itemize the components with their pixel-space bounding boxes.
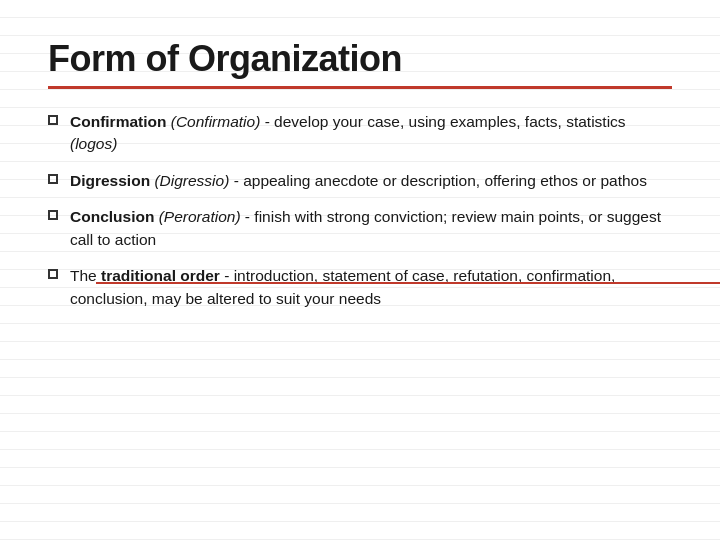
bullet-icon <box>48 210 58 220</box>
bold-label: Conclusion <box>70 208 154 225</box>
bullet-icon <box>48 115 58 125</box>
title-underline <box>48 86 672 89</box>
bullet-icon <box>48 269 58 279</box>
item-text: The traditional order - introduction, st… <box>70 265 672 310</box>
slide-title: Form of Organization <box>48 38 672 80</box>
italic-label: (Peroration) <box>159 208 241 225</box>
item-text: Conclusion (Peroration) - finish with st… <box>70 206 672 251</box>
rest-text: - appealing anecdote or description, off… <box>234 172 647 189</box>
list-item: Conclusion (Peroration) - finish with st… <box>48 206 672 251</box>
list-item: Confirmation (Confirmatio) - develop you… <box>48 111 672 156</box>
item-text: Digression (Digressio) - appealing anecd… <box>70 170 672 192</box>
content-list: Confirmation (Confirmatio) - develop you… <box>48 111 672 310</box>
bullet-icon <box>48 174 58 184</box>
item-text: Confirmation (Confirmatio) - develop you… <box>70 111 672 156</box>
italic-label: (Digressio) <box>154 172 229 189</box>
italic-label: (Confirmatio) <box>171 113 261 130</box>
list-item: The traditional order - introduction, st… <box>48 265 672 310</box>
bold-label: Confirmation <box>70 113 166 130</box>
slide: Form of Organization Confirmation (Confi… <box>0 0 720 540</box>
rest-text: - develop your case, using examples, fac… <box>265 113 626 130</box>
bold-label: Digression <box>70 172 150 189</box>
bottom-underline <box>96 282 720 284</box>
list-item: Digression (Digressio) - appealing anecd… <box>48 170 672 192</box>
italic-suffix: (logos) <box>70 135 117 152</box>
